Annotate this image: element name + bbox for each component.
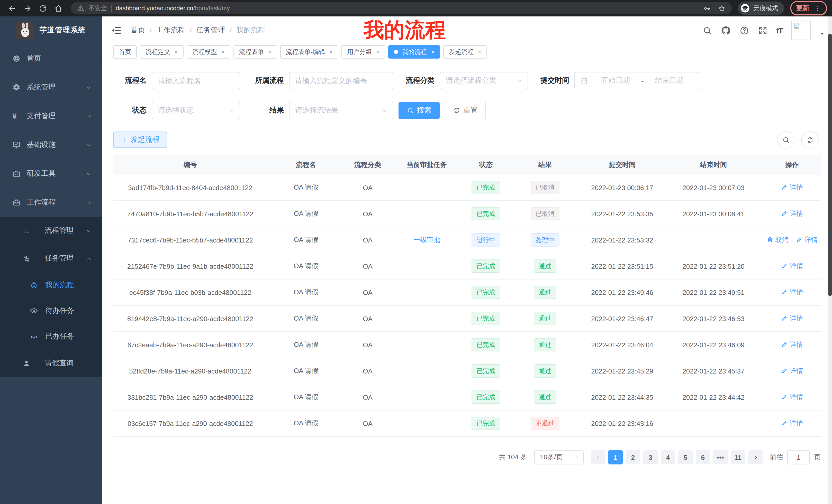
tab-我的流程[interactable]: 我的流程×: [388, 45, 440, 59]
row-action-详情[interactable]: 详情: [781, 183, 803, 192]
status-select[interactable]: 请选择状态: [152, 102, 240, 119]
sidebar-item-已办任务[interactable]: 已办任务: [0, 324, 102, 349]
search-icon[interactable]: [702, 25, 712, 35]
tab-close-icon[interactable]: ×: [431, 49, 435, 55]
password-key-icon[interactable]: [703, 4, 711, 12]
pager-ellipsis[interactable]: •••: [713, 450, 728, 465]
result-select[interactable]: 请选择流结果: [289, 102, 393, 119]
not-secure-warning-icon: [77, 5, 84, 12]
reset-button[interactable]: 重置: [445, 102, 486, 119]
help-icon[interactable]: [739, 25, 749, 35]
cell-actions: 详情: [763, 410, 821, 437]
row-action-取消[interactable]: 取消: [766, 235, 788, 245]
goto-page-input[interactable]: [787, 450, 810, 465]
date-range-picker[interactable]: 开始日期 - 结束日期: [574, 72, 700, 89]
breadcrumb-separator: /: [190, 26, 192, 34]
pager-next-button[interactable]: [748, 450, 762, 465]
cell-current-task: [391, 253, 463, 279]
sidebar-item-系统管理[interactable]: 系统管理: [0, 73, 102, 102]
flow-icon: [23, 255, 30, 262]
tab-close-icon[interactable]: ×: [329, 49, 333, 55]
tab-发起流程[interactable]: 发起流程×: [443, 45, 487, 59]
browser-reload-button[interactable]: [36, 2, 49, 15]
tab-流程表单-编辑[interactable]: 流程表单-编辑×: [280, 45, 338, 59]
row-action-详情[interactable]: 详情: [781, 366, 803, 375]
current-task-link[interactable]: 一级审批: [413, 236, 440, 244]
tab-close-icon[interactable]: ×: [268, 49, 271, 55]
chevron-right-icon: [753, 454, 758, 460]
process-name-input[interactable]: [152, 72, 240, 89]
avatar[interactable]: [791, 21, 811, 40]
search-button[interactable]: 搜索: [398, 102, 440, 119]
tab-close-icon[interactable]: ×: [221, 49, 225, 55]
sidebar-item-请假查询[interactable]: 请假查询: [0, 349, 102, 377]
pager-page-3[interactable]: 3: [643, 450, 658, 465]
tab-用户分组[interactable]: 用户分组×: [341, 45, 385, 59]
pager-page-1[interactable]: 1: [608, 450, 623, 465]
breadcrumb-item-工作流程[interactable]: 工作流程: [156, 26, 185, 35]
toggle-search-button[interactable]: [777, 131, 795, 148]
row-action-详情[interactable]: 详情: [796, 235, 818, 245]
row-action-详情[interactable]: 详情: [781, 261, 803, 271]
browser-menu-dots-icon[interactable]: [814, 5, 821, 12]
sidebar-item-基础设施[interactable]: 基础设施: [0, 131, 102, 159]
breadcrumb-item-首页[interactable]: 首页: [131, 26, 145, 35]
tab-close-icon[interactable]: ×: [376, 49, 380, 55]
browser-update-button[interactable]: 更新: [790, 1, 827, 16]
browser-forward-button[interactable]: [21, 2, 34, 15]
pager-page-4[interactable]: 4: [661, 450, 675, 465]
row-action-详情[interactable]: 详情: [781, 340, 803, 349]
tab-流程模型[interactable]: 流程模型×: [187, 45, 230, 59]
page-scrollbar-track[interactable]: [828, 17, 832, 504]
pager-prev-button[interactable]: [591, 450, 605, 465]
yen-icon: ¥: [12, 112, 21, 120]
sidebar-collapse-icon[interactable]: [111, 25, 121, 35]
tab-label: 发起流程: [449, 48, 474, 56]
sidebar-item-工作流程[interactable]: 工作流程: [0, 188, 102, 217]
browser-home-button[interactable]: [51, 2, 65, 15]
sidebar-item-首页[interactable]: 首页: [0, 44, 102, 73]
incognito-badge: 无痕模式: [738, 2, 784, 15]
bookmark-star-icon[interactable]: [718, 4, 726, 12]
create-process-button[interactable]: 发起流程: [113, 132, 167, 148]
pager-page-5[interactable]: 5: [678, 450, 693, 465]
tab-流程表单[interactable]: 流程表单×: [233, 45, 277, 59]
row-action-详情[interactable]: 详情: [781, 288, 803, 297]
date-end-placeholder[interactable]: 结束日期: [645, 76, 694, 85]
cell-end-time: [663, 227, 763, 253]
tab-close-icon[interactable]: ×: [478, 49, 481, 55]
date-start-placeholder[interactable]: 开始日期: [591, 76, 640, 85]
sidebar-item-任务管理[interactable]: 任务管理: [0, 245, 102, 272]
address-bar[interactable]: 不安全 dashboard.yudao.iocoder.cn/bpm/task/…: [71, 2, 732, 15]
eye-icon: [30, 307, 38, 315]
row-action-详情[interactable]: 详情: [781, 314, 803, 323]
pager-page-2[interactable]: 2: [626, 450, 640, 465]
category-select[interactable]: 请选择流程分类: [440, 72, 528, 89]
sidebar-item-我的流程[interactable]: 我的流程: [0, 272, 102, 298]
github-icon[interactable]: [721, 25, 731, 35]
pager-page-6[interactable]: 6: [696, 450, 710, 465]
row-action-详情[interactable]: 详情: [781, 393, 803, 402]
breadcrumb-item-任务管理[interactable]: 任务管理: [197, 26, 225, 35]
page-scrollbar-thumb[interactable]: [828, 34, 832, 296]
tab-close-icon[interactable]: ×: [174, 49, 178, 55]
refresh-table-button[interactable]: [801, 131, 818, 148]
row-action-详情[interactable]: 详情: [781, 419, 803, 428]
chevron-down-icon: [86, 228, 92, 233]
fullscreen-icon[interactable]: [758, 25, 768, 35]
avatar-caret-down-icon[interactable]: [820, 31, 825, 36]
page-size-select[interactable]: 10条/页: [534, 450, 583, 465]
sidebar-item-流程管理[interactable]: 流程管理: [0, 217, 102, 245]
tab-首页[interactable]: 首页: [113, 45, 137, 59]
tab-流程定义[interactable]: 流程定义×: [140, 45, 184, 59]
process-def-input[interactable]: [289, 72, 393, 89]
sidebar-item-研发工具[interactable]: 研发工具: [0, 159, 102, 188]
font-size-icon[interactable]: tT: [777, 26, 783, 35]
pager-page-11[interactable]: 11: [731, 450, 745, 465]
browser-back-button[interactable]: [5, 2, 19, 15]
row-action-详情[interactable]: 详情: [781, 209, 803, 218]
sidebar-item-支付管理[interactable]: ¥支付管理: [0, 102, 102, 131]
edit-icon: [781, 263, 788, 270]
sidebar-item-待办任务[interactable]: 待办任务: [0, 298, 102, 324]
cell-id: 7470a810-7b9b-11ec-b5b7-acde48001122: [113, 201, 267, 227]
